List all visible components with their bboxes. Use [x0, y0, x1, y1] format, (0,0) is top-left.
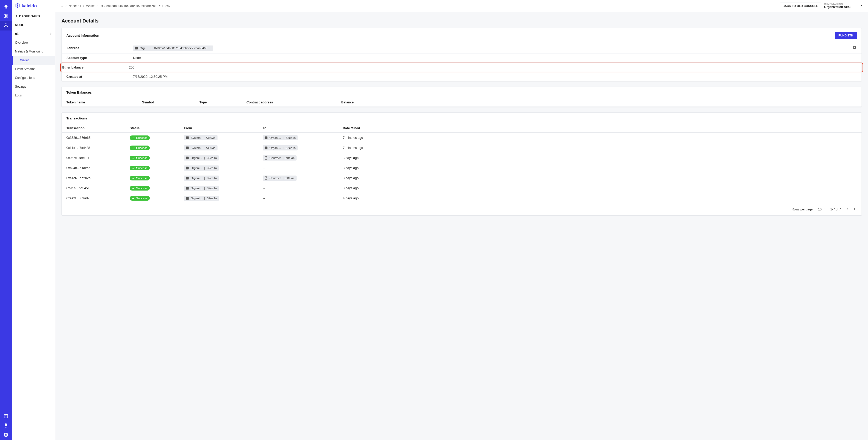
- table-row[interactable]: 0xaef3...859ad7SuccessOrgani...|32ea1a--…: [62, 194, 862, 203]
- org-chip[interactable]: Organi...|32ea1a: [184, 155, 219, 160]
- network-icon: [3, 23, 8, 29]
- rail-network[interactable]: [0, 21, 12, 30]
- pager-prev[interactable]: [845, 207, 850, 212]
- brand-name: kaleido: [22, 3, 37, 8]
- bell-icon: [3, 423, 8, 429]
- table-row[interactable]: 0xb248...a1aecdSuccessOrgani...|32ea1a--…: [62, 163, 862, 173]
- empty-value: --: [263, 166, 265, 170]
- table-row[interactable]: 0xa1e6...eb2b2bSuccessOrgani...|32ea1aCo…: [62, 173, 862, 183]
- breadcrumb: ... / Node: n1 / Wallet / 0x32ea1adb00c7…: [60, 4, 777, 8]
- system-chip[interactable]: System|73503e: [184, 145, 218, 150]
- address-chip[interactable]: Organi... | 0x32ea1adb00c71049ab5ae7fcca…: [133, 46, 213, 51]
- rail-notifications[interactable]: [0, 421, 12, 431]
- org-chip-icon: [185, 166, 189, 170]
- pager-next[interactable]: [853, 207, 857, 212]
- transactions-card: Transactions Transaction Status From To …: [61, 113, 862, 215]
- organization-value: Organization ABC: [824, 5, 855, 9]
- date-mined: 3 days ago: [343, 176, 857, 180]
- org-chip-icon: [185, 197, 189, 200]
- topbar: ... / Node: n1 / Wallet / 0x32ea1adb00c7…: [55, 0, 868, 12]
- txn-hash: 0x3629...376e65: [66, 136, 130, 140]
- breadcrumb-wallet[interactable]: Wallet: [86, 4, 95, 8]
- account-info-card: Account Information FUND ETH Address Org…: [61, 28, 862, 82]
- address-chip-org: Organi...: [140, 47, 149, 50]
- rows-per-page-select[interactable]: 10: [818, 207, 826, 211]
- account-icon: [3, 432, 8, 438]
- table-row[interactable]: 0x11c1...7cd428SuccessSystem|73503eOrgan…: [62, 143, 862, 153]
- table-row[interactable]: 0x9f65...bd5451SuccessOrgani...|32ea1a--…: [62, 183, 862, 194]
- breadcrumb-node[interactable]: Node: n1: [68, 4, 81, 8]
- pager-range: 1-7 of 7: [830, 208, 841, 211]
- contract-chip[interactable]: Contract|a8f0ac: [263, 155, 297, 160]
- transactions-title: Transactions: [66, 116, 87, 120]
- empty-value: --: [263, 197, 265, 200]
- info-row-address: Address Organi... | 0x32ea1adb00c71049ab…: [62, 43, 862, 54]
- sidebar-item-wallet[interactable]: Wallet: [12, 56, 55, 65]
- svg-text:?: ?: [5, 415, 6, 417]
- sidebar-item-eventstreams[interactable]: Event Streams: [12, 65, 55, 74]
- svg-rect-16: [186, 167, 189, 170]
- transactions-header: Transaction Status From To Date Mined: [62, 124, 862, 133]
- contract-chip[interactable]: Contract|a8f0ac: [263, 176, 297, 181]
- txn-hash: 0x11c1...7cd428: [66, 146, 130, 150]
- table-row[interactable]: 0x9c7c...f8e121SuccessOrgani...|32ea1aCo…: [62, 153, 862, 163]
- svg-rect-12: [265, 137, 268, 139]
- rail-home[interactable]: [0, 3, 12, 12]
- txn-hash: 0xb248...a1aecd: [66, 166, 130, 170]
- contract-icon: [264, 176, 268, 180]
- date-mined: 4 days ago: [343, 197, 857, 200]
- org-chip[interactable]: Organi...|32ea1a: [184, 196, 219, 201]
- svg-rect-19: [186, 197, 189, 200]
- sidebar-item-overview[interactable]: Overview: [12, 38, 55, 47]
- sidebar-item-settings[interactable]: Settings: [12, 82, 55, 91]
- rail-help[interactable]: ?: [0, 412, 12, 421]
- rows-per-page-value: 10: [818, 208, 822, 211]
- icon-rail: ?: [0, 0, 12, 440]
- org-chip[interactable]: Organi...|32ea1a: [184, 166, 219, 171]
- brand[interactable]: kaleido: [12, 0, 55, 12]
- org-chip[interactable]: Organi...|32ea1a: [263, 145, 298, 150]
- txn-hash: 0xaef3...859ad7: [66, 197, 130, 200]
- sidebar-node-name[interactable]: n1: [12, 29, 55, 38]
- sidebar-item-metrics[interactable]: Metrics & Monitoring: [12, 47, 55, 56]
- org-chip-icon: [185, 186, 189, 190]
- sidebar-dashboard-back[interactable]: DASHBOARD: [12, 12, 55, 21]
- org-chip[interactable]: Organi...|32ea1a: [184, 176, 219, 181]
- rail-globe[interactable]: [0, 12, 12, 21]
- copy-address-icon[interactable]: [853, 47, 857, 51]
- sidebar-item-logs[interactable]: Logs: [12, 91, 55, 100]
- col-to: To: [263, 126, 343, 130]
- date-mined: 3 days ago: [343, 166, 857, 170]
- empty-value: --: [263, 186, 265, 190]
- rail-account[interactable]: [0, 431, 12, 440]
- col-token-name: Token name: [66, 100, 142, 104]
- txn-hash: 0x9c7c...f8e121: [66, 156, 130, 160]
- brand-logo-icon: [15, 3, 20, 9]
- info-row-ether-balance: Ether balance 200: [60, 63, 863, 72]
- info-row-created-at: Created at 7/16/2020, 12:50:25 PM: [62, 72, 862, 81]
- col-symbol: Symbol: [142, 100, 199, 104]
- svg-rect-11: [186, 137, 189, 139]
- breadcrumb-overflow[interactable]: ...: [60, 4, 64, 8]
- date-mined: 3 days ago: [343, 156, 857, 160]
- fund-eth-button[interactable]: FUND ETH: [835, 32, 857, 39]
- created-at-label: Created at: [66, 75, 133, 79]
- svg-rect-18: [186, 187, 189, 190]
- contract-icon: [264, 156, 268, 160]
- org-chip[interactable]: Organi...|32ea1a: [184, 186, 219, 191]
- svg-rect-8: [135, 47, 138, 50]
- org-chip[interactable]: Organi...|32ea1a: [263, 135, 298, 140]
- svg-rect-9: [854, 47, 856, 49]
- token-balances-card: Token Balances Token name Symbol Type Co…: [61, 87, 862, 107]
- svg-rect-15: [186, 157, 189, 159]
- token-balances-title: Token Balances: [66, 90, 92, 94]
- table-row[interactable]: 0x3629...376e65SuccessSystem|73503eOrgan…: [62, 133, 862, 143]
- system-chip[interactable]: System|73503e: [184, 135, 218, 140]
- svg-rect-17: [186, 177, 189, 180]
- back-to-old-console-button[interactable]: BACK TO OLD CONSOLE: [780, 3, 821, 9]
- org-chip-icon: [185, 136, 189, 140]
- sidebar-item-configurations[interactable]: Configurations: [12, 74, 55, 82]
- txn-hash: 0xa1e6...eb2b2b: [66, 176, 130, 180]
- dropdown-caret-icon[interactable]: [860, 4, 863, 8]
- organization-selector[interactable]: ORGANIZATION Organization ABC: [824, 3, 855, 9]
